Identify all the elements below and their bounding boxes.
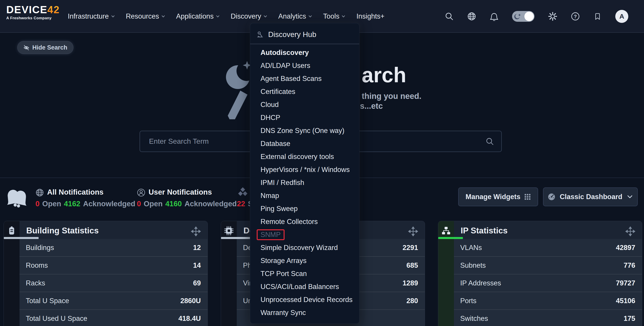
nav-item-analytics[interactable]: Analytics	[278, 12, 312, 20]
help-icon[interactable]: ?	[571, 12, 580, 21]
stat-value: 280	[406, 297, 418, 305]
stat-row: Ports45106	[454, 292, 642, 310]
logo[interactable]: DEVICE42 A Freshworks Company	[6, 4, 60, 20]
globe-icon[interactable]	[467, 12, 476, 21]
search-submit-icon[interactable]	[486, 137, 494, 146]
open-label: Open	[42, 200, 61, 208]
menu-item-label: DHCP	[260, 114, 280, 122]
menu-item-certificates[interactable]: Certificates	[250, 85, 359, 98]
menu-item-label: Warranty Sync	[260, 309, 306, 317]
logo-subtitle: A Freshworks Company	[6, 16, 60, 20]
menu-item-simple-discovery-wizard[interactable]: Simple Discovery Wizard	[250, 241, 359, 254]
stat-value: 45106	[616, 297, 635, 305]
ack-count: 4162	[64, 200, 80, 208]
user-icon	[137, 188, 146, 197]
menu-item-ad-ldap-users[interactable]: AD/LDAP Users	[250, 59, 359, 72]
classic-dashboard-button[interactable]: Classic Dashboard	[543, 187, 638, 206]
hide-search-label: Hide Search	[32, 44, 67, 51]
avatar-letter: A	[619, 12, 624, 20]
stat-value: 2860U	[180, 297, 201, 305]
logo-42-text: 42	[47, 4, 60, 15]
gear-icon[interactable]	[548, 12, 558, 21]
widget-title: Building Statistics	[26, 226, 99, 235]
nav-item-resources[interactable]: Resources	[126, 12, 165, 20]
move-handle-icon[interactable]	[626, 226, 635, 236]
nav-item-label: Tools	[323, 12, 339, 20]
manage-widgets-label: Manage Widgets	[466, 193, 520, 201]
open-count: 0	[137, 200, 141, 208]
stat-row: IP Addresses79727	[454, 275, 642, 292]
stat-value: 42897	[616, 244, 635, 252]
move-handle-icon[interactable]	[408, 226, 418, 236]
menu-item-database[interactable]: Database	[250, 137, 359, 150]
menu-item-label: Certificates	[260, 88, 295, 96]
menu-item-external-discovery-tools[interactable]: External discovery tools	[250, 150, 359, 163]
chevron-down-icon	[308, 15, 312, 17]
menu-item-label: IPMI / Redfish	[260, 179, 304, 187]
stat-row: Subnets776	[454, 257, 642, 275]
menu-item-dns-zone-sync-one-way-[interactable]: DNS Zone Sync (One way)	[250, 124, 359, 137]
stat-value: 685	[406, 262, 418, 270]
dark-mode-toggle[interactable]	[512, 11, 534, 22]
menu-item-ipmi-redfish[interactable]: IPMI / Redfish	[250, 176, 359, 189]
menu-item-agent-based-scans[interactable]: Agent Based Scans	[250, 72, 359, 85]
search-icon[interactable]	[445, 12, 454, 21]
nav-item-label: Applications	[176, 12, 214, 20]
stat-label: Switches	[460, 315, 488, 323]
menu-item-cloud[interactable]: Cloud	[250, 98, 359, 111]
widget-accent-bar	[438, 237, 463, 239]
menu-item-dhcp[interactable]: DHCP	[250, 111, 359, 124]
menu-item-remote-collectors[interactable]: Remote Collectors	[250, 215, 359, 228]
menu-item-snmp[interactable]: SNMP	[250, 228, 359, 241]
stat-row: VLANs42897	[454, 239, 642, 257]
nav-item-tools[interactable]: Tools	[323, 12, 345, 20]
stat-row: Switches175	[454, 310, 642, 326]
network-icon	[442, 226, 451, 235]
stat-label: IP Addresses	[460, 279, 501, 287]
stat-value: 69	[193, 279, 201, 287]
menu-item-warranty-sync[interactable]: Warranty Sync	[250, 306, 359, 319]
menu-item-tcp-port-scan[interactable]: TCP Port Scan	[250, 267, 359, 280]
manage-widgets-button[interactable]: Manage Widgets	[458, 187, 538, 206]
menu-item-discovery-hub[interactable]: Discovery Hub	[250, 27, 359, 42]
menu-item-ping-sweep[interactable]: Ping Sweep	[250, 202, 359, 215]
menu-item-storage-arrays[interactable]: Storage Arrays	[250, 254, 359, 267]
menu-item-unprocessed-device-records[interactable]: Unprocessed Device Records	[250, 293, 359, 306]
chevron-down-icon	[162, 15, 165, 17]
all-notifications-title: All Notifications	[47, 188, 104, 196]
count-fragment: 22	[237, 200, 245, 208]
menu-item-hypervisors-nix-windows[interactable]: HyperVisors / *nix / Windows	[250, 163, 359, 176]
stat-label: Racks	[26, 279, 45, 287]
grid-icon	[524, 194, 531, 200]
hide-search-button[interactable]: Hide Search	[17, 41, 74, 54]
menu-item-label: HyperVisors / *nix / Windows	[260, 166, 350, 174]
move-handle-icon[interactable]	[191, 226, 201, 236]
menu-item-label: DNS Zone Sync (One way)	[260, 127, 344, 135]
menu-item-label: Simple Discovery Wizard	[260, 244, 338, 252]
ip-statistics-widget: IP Statistics VLANs42897Subnets776IP Add…	[438, 221, 642, 326]
user-notifications-counts: 0Open4160Acknowledged	[137, 200, 240, 208]
bell-icon[interactable]	[490, 12, 498, 21]
menu-item-nmap[interactable]: Nmap	[250, 189, 359, 202]
nav-item-infrastructure[interactable]: Infrastructure	[68, 12, 115, 20]
widget-stats-list: VLANs42897Subnets776IP Addresses79727Por…	[454, 239, 642, 326]
svg-text:?: ?	[574, 14, 577, 19]
snmp-highlight-box: SNMP	[257, 229, 284, 240]
nav-item-applications[interactable]: Applications	[176, 12, 220, 20]
menu-item-ucs-aci-load-balancers[interactable]: UCS/ACI/Load Balancers	[250, 280, 359, 293]
classic-dashboard-label: Classic Dashboard	[560, 193, 622, 201]
stat-value: 79727	[616, 279, 635, 287]
nav-item-insights-[interactable]: Insights+	[356, 12, 384, 20]
bookmark-icon[interactable]	[593, 12, 602, 21]
nav-item-label: Infrastructure	[68, 12, 109, 20]
chip-icon	[224, 226, 234, 235]
nav-item-discovery[interactable]: Discovery	[231, 12, 267, 20]
widget-title: IP Statistics	[461, 226, 508, 235]
stat-label: VLANs	[460, 244, 482, 252]
stat-value: 12	[193, 244, 201, 252]
menu-item-label: SNMP	[260, 231, 281, 239]
stat-value: 1289	[402, 279, 418, 287]
avatar[interactable]: A	[615, 10, 628, 23]
menu-item-label: UCS/ACI/Load Balancers	[260, 283, 339, 291]
menu-item-label: Ping Sweep	[260, 205, 298, 213]
